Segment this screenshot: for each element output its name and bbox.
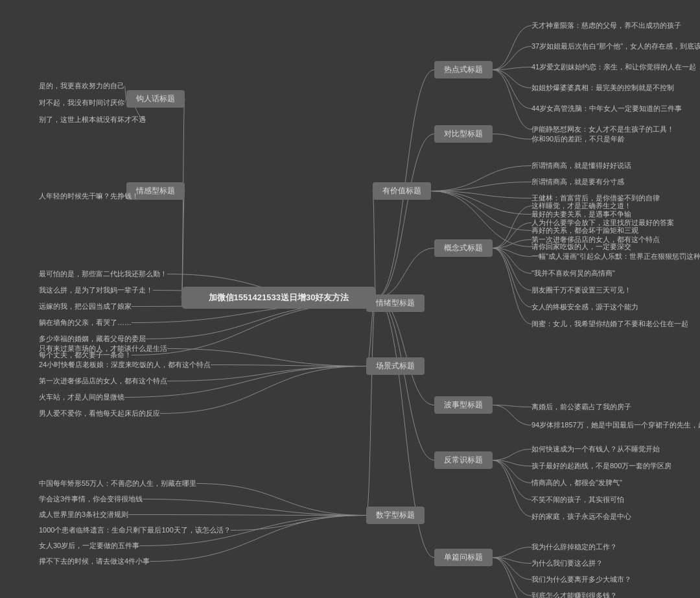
leaf-item: 到底怎么才能赚到很多钱？ [531,591,617,598]
leaf-item: 94岁体排1857万，她是中国最后一个穿裙子的先生，超从来上热搜，少人问津... [531,420,700,430]
leaf-item: 成人世界里的3条社交潜规则 [39,510,128,520]
leaf-item: 对不起，我没有时间讨厌你 [39,98,124,108]
leaf-item: "我并不喜欢何炅的高情商" [531,269,615,278]
leaf-item: 孩子最好的起跑线，不是800万一套的学区房 [531,461,671,471]
leaf-item: 学会这3件事情，你会变得很地钱 [39,494,143,504]
category-number: 数字型标题 [366,507,425,524]
leaf-item: 41岁爱文剧妹始约恋：亲生，和让你觉得的人在一起 [531,62,696,72]
leaf-item: 1000个患者临终遗言：生命只剩下最后100天了，该怎么活？ [39,525,231,535]
leaf-item: 37岁如姐最后次告白"那个他"，女人的存在感，到底该怎么刷？ [531,42,700,51]
category-value: 有价值标题 [373,182,431,200]
leaf-item: 离婚后，前公婆霸占了我的房子 [531,402,631,412]
leaf-item: 情商高的人，都很会"发脾气" [531,478,622,488]
category-hot: 热点式标题 [434,61,493,78]
category-contrast: 对比型标题 [434,125,493,143]
leaf-item: 44岁女高管洗脑：中年女人一定要知道的三件事 [531,104,682,114]
leaf-item: 是的，我更喜欢努力的自己 [39,81,124,91]
leaf-item: 为什么我们要这么拼？ [531,558,603,568]
leaf-item: 一幅"成人漫画"引起众人乐默：世界正在狠狠惩罚这种人 [531,252,700,261]
leaf-item: 躺在墙角的父亲，看哭了…… [39,318,132,328]
center-node: 加微信1551421533送日增30好友方法 [181,287,376,309]
leaf-item: 我这么拼，是为了对我妈一辈子走！ [39,285,153,295]
leaf-item: 你和90后的差距，不只是年龄 [531,134,625,144]
leaf-item: 远嫁的我，把公园当成了娘家 [39,302,132,311]
category-hook: 钩人话标题 [126,90,185,108]
category-scene: 场景式标题 [366,357,425,375]
leaf-item: 伊能静怒怼网友：女人才不是生孩子的工具！ [531,125,674,134]
leaf-item: 火车站，才是人间的显微镜 [39,392,124,402]
leaf-item: 女人30岁后，一定要做的五件事 [39,541,139,551]
leaf-item: 多少幸福的婚姻，藏着父母的委屈 [39,334,146,344]
leaf-item: 所谓情商高，就是懂得好好说话 [531,161,631,171]
leaf-item: 天才神童陨落：慈虑的父母，养不出成功的孩子 [531,21,681,30]
category-concept: 概念式标题 [434,239,493,257]
leaf-item: 这样睡觉，才是正确养生之道！ [531,201,631,211]
leaf-item: 女人的终极安全感，源于这个能力 [531,302,638,312]
leaf-item: 只有来过菜市场的人，才能谈什么是生活 [39,344,167,353]
leaf-item: 好的家庭，孩子永远不会是中心 [531,512,631,521]
leaf-item: 闺蜜：女儿，我希望你结婚了不要和老公住在一起 [531,319,688,329]
leaf-item: 如何快速成为一个有钱人？从不睡觉开始 [531,444,660,454]
leaf-item: 我们为什么要离开多少大城市？ [531,575,631,584]
leaf-item: 男人爱不爱你，看他每天起床后的反应 [39,409,160,418]
leaf-item: 撑不下去的时候，请去做这4件小事 [39,556,150,566]
leaf-item: 人为什么要学会放下，这里找所过最好的答案 [531,218,674,228]
leaf-item: 我为什么辞掉稳定的工作？ [531,542,617,552]
leaf-item: 别了，这世上根本就没有坏才不遇 [39,115,146,125]
leaf-item: 如姐炒爆婆婆真相：最完美的控制就是不控制 [531,83,674,93]
category-common: 反常识标题 [434,451,493,469]
category-emotion: 情绪型标题 [366,294,425,312]
leaf-item: 所谓情商高，就是要有分寸感 [531,177,624,187]
leaf-item: 第一次进奢侈品店的女人，都有这个特点 [531,235,660,245]
leaf-item: 人年轻的时候先干嘛？先挣钱！ [39,191,139,201]
leaf-item: 第一次进奢侈品店的女人，都有这个特点 [39,376,167,386]
category-wave: 波事型标题 [434,396,493,414]
leaf-item: 不笑不闹的孩子，其实很可怕 [531,495,624,505]
leaf-item: 最可怕的是，那些富二代比我还那么勤！ [39,269,167,279]
leaf-item: 朋友圈千万不要设置三天可见！ [531,285,631,295]
leaf-item: 中国每年矫形55万人：不善恋的人生，别藏在哪里 [39,479,196,488]
category-single: 单篇问标题 [434,549,493,566]
leaf-item: 24小时快餐店老板娘：深度来吃饭的人，都有这个特点 [39,360,211,370]
